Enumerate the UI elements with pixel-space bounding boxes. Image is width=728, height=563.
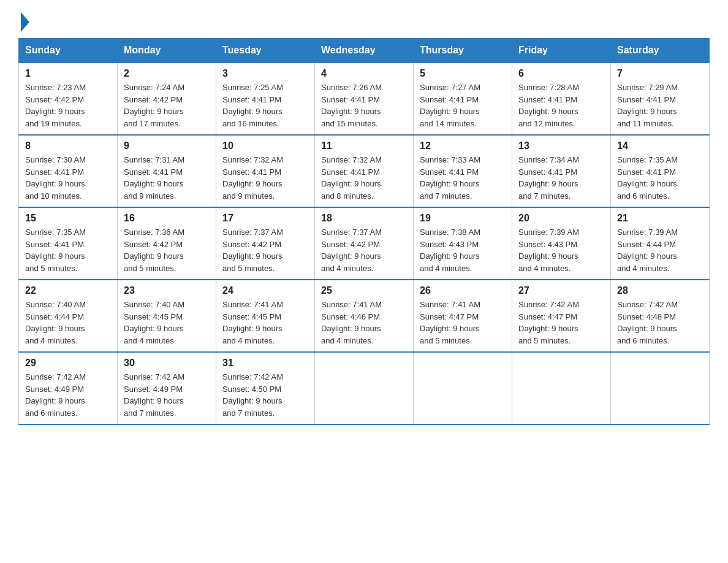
calendar-day: 13Sunrise: 7:34 AMSunset: 4:41 PMDayligh… xyxy=(512,135,611,207)
day-number: 13 xyxy=(518,140,604,151)
day-info: Sunrise: 7:42 AMSunset: 4:49 PMDaylight:… xyxy=(25,372,86,418)
day-number: 17 xyxy=(222,213,308,224)
day-info: Sunrise: 7:27 AMSunset: 4:41 PMDaylight:… xyxy=(420,83,480,128)
day-info: Sunrise: 7:42 AMSunset: 4:49 PMDaylight:… xyxy=(124,372,184,418)
calendar-day: 21Sunrise: 7:39 AMSunset: 4:44 PMDayligh… xyxy=(611,207,710,280)
day-info: Sunrise: 7:41 AMSunset: 4:47 PMDaylight:… xyxy=(420,300,480,345)
day-number: 3 xyxy=(222,68,308,79)
calendar-day: 11Sunrise: 7:32 AMSunset: 4:41 PMDayligh… xyxy=(315,135,414,207)
day-number: 10 xyxy=(222,140,308,151)
calendar-day: 3Sunrise: 7:25 AMSunset: 4:41 PMDaylight… xyxy=(216,63,315,135)
calendar-day: 9Sunrise: 7:31 AMSunset: 4:41 PMDaylight… xyxy=(118,135,216,207)
day-info: Sunrise: 7:41 AMSunset: 4:46 PMDaylight:… xyxy=(321,300,382,345)
day-number: 22 xyxy=(25,285,111,296)
calendar-day: 1Sunrise: 7:23 AMSunset: 4:42 PMDaylight… xyxy=(19,63,118,135)
day-info: Sunrise: 7:30 AMSunset: 4:41 PMDaylight:… xyxy=(25,155,86,201)
day-number: 6 xyxy=(518,68,604,79)
calendar-week-1: 1Sunrise: 7:23 AMSunset: 4:42 PMDaylight… xyxy=(19,63,710,135)
calendar-day: 20Sunrise: 7:39 AMSunset: 4:43 PMDayligh… xyxy=(512,207,611,280)
calendar-day: 31Sunrise: 7:42 AMSunset: 4:50 PMDayligh… xyxy=(216,352,315,424)
calendar-day: 19Sunrise: 7:38 AMSunset: 4:43 PMDayligh… xyxy=(414,207,512,280)
day-info: Sunrise: 7:29 AMSunset: 4:41 PMDaylight:… xyxy=(617,83,678,128)
day-info: Sunrise: 7:34 AMSunset: 4:41 PMDaylight:… xyxy=(518,155,579,201)
day-number: 11 xyxy=(321,140,407,151)
calendar-day: 27Sunrise: 7:42 AMSunset: 4:47 PMDayligh… xyxy=(512,280,611,352)
day-info: Sunrise: 7:36 AMSunset: 4:42 PMDaylight:… xyxy=(124,228,184,273)
day-number: 8 xyxy=(25,140,111,151)
weekday-header-monday: Monday xyxy=(118,39,216,63)
calendar-day: 6Sunrise: 7:28 AMSunset: 4:41 PMDaylight… xyxy=(512,63,611,135)
day-info: Sunrise: 7:39 AMSunset: 4:44 PMDaylight:… xyxy=(617,228,678,273)
day-number: 27 xyxy=(518,285,604,296)
day-info: Sunrise: 7:35 AMSunset: 4:41 PMDaylight:… xyxy=(25,228,86,273)
calendar-day: 17Sunrise: 7:37 AMSunset: 4:42 PMDayligh… xyxy=(216,207,315,280)
day-info: Sunrise: 7:40 AMSunset: 4:45 PMDaylight:… xyxy=(124,300,184,345)
calendar-day: 25Sunrise: 7:41 AMSunset: 4:46 PMDayligh… xyxy=(315,280,414,352)
day-number: 30 xyxy=(124,358,210,369)
weekday-header-friday: Friday xyxy=(512,39,611,63)
day-info: Sunrise: 7:37 AMSunset: 4:42 PMDaylight:… xyxy=(222,228,283,273)
day-info: Sunrise: 7:26 AMSunset: 4:41 PMDaylight:… xyxy=(321,83,382,128)
day-info: Sunrise: 7:41 AMSunset: 4:45 PMDaylight:… xyxy=(222,300,283,345)
day-info: Sunrise: 7:28 AMSunset: 4:41 PMDaylight:… xyxy=(518,83,579,128)
day-info: Sunrise: 7:38 AMSunset: 4:43 PMDaylight:… xyxy=(420,228,480,273)
calendar-day: 10Sunrise: 7:32 AMSunset: 4:41 PMDayligh… xyxy=(216,135,315,207)
calendar-day: 16Sunrise: 7:36 AMSunset: 4:42 PMDayligh… xyxy=(118,207,216,280)
calendar-week-3: 15Sunrise: 7:35 AMSunset: 4:41 PMDayligh… xyxy=(19,207,710,280)
day-number: 9 xyxy=(124,140,210,151)
day-number: 5 xyxy=(420,68,506,79)
day-info: Sunrise: 7:39 AMSunset: 4:43 PMDaylight:… xyxy=(518,228,579,273)
page-header xyxy=(18,12,710,32)
calendar-header: SundayMondayTuesdayWednesdayThursdayFrid… xyxy=(19,39,710,63)
calendar-day: 2Sunrise: 7:24 AMSunset: 4:42 PMDaylight… xyxy=(118,63,216,135)
calendar-day: 12Sunrise: 7:33 AMSunset: 4:41 PMDayligh… xyxy=(414,135,512,207)
weekday-header-wednesday: Wednesday xyxy=(315,39,414,63)
day-info: Sunrise: 7:35 AMSunset: 4:41 PMDaylight:… xyxy=(617,155,678,201)
day-info: Sunrise: 7:37 AMSunset: 4:42 PMDaylight:… xyxy=(321,228,382,273)
day-number: 16 xyxy=(124,213,210,224)
calendar-body: 1Sunrise: 7:23 AMSunset: 4:42 PMDaylight… xyxy=(19,63,710,424)
day-info: Sunrise: 7:24 AMSunset: 4:42 PMDaylight:… xyxy=(124,83,184,128)
calendar-day: 8Sunrise: 7:30 AMSunset: 4:41 PMDaylight… xyxy=(19,135,118,207)
calendar-day: 5Sunrise: 7:27 AMSunset: 4:41 PMDaylight… xyxy=(414,63,512,135)
day-number: 14 xyxy=(617,140,703,151)
calendar-day: 18Sunrise: 7:37 AMSunset: 4:42 PMDayligh… xyxy=(315,207,414,280)
day-info: Sunrise: 7:42 AMSunset: 4:47 PMDaylight:… xyxy=(518,300,579,345)
day-info: Sunrise: 7:33 AMSunset: 4:41 PMDaylight:… xyxy=(420,155,480,201)
day-info: Sunrise: 7:23 AMSunset: 4:42 PMDaylight:… xyxy=(25,83,86,128)
day-number: 4 xyxy=(321,68,407,79)
day-info: Sunrise: 7:42 AMSunset: 4:48 PMDaylight:… xyxy=(617,300,678,345)
day-info: Sunrise: 7:25 AMSunset: 4:41 PMDaylight:… xyxy=(222,83,283,128)
calendar-day: 15Sunrise: 7:35 AMSunset: 4:41 PMDayligh… xyxy=(19,207,118,280)
calendar-day: 22Sunrise: 7:40 AMSunset: 4:44 PMDayligh… xyxy=(19,280,118,352)
calendar-day: 30Sunrise: 7:42 AMSunset: 4:49 PMDayligh… xyxy=(118,352,216,424)
day-number: 25 xyxy=(321,285,407,296)
calendar-day: 23Sunrise: 7:40 AMSunset: 4:45 PMDayligh… xyxy=(118,280,216,352)
calendar-day xyxy=(414,352,512,424)
day-number: 23 xyxy=(124,285,210,296)
day-number: 18 xyxy=(321,213,407,224)
weekday-header-thursday: Thursday xyxy=(414,39,512,63)
day-info: Sunrise: 7:31 AMSunset: 4:41 PMDaylight:… xyxy=(124,155,184,201)
day-number: 21 xyxy=(617,213,703,224)
calendar-day: 7Sunrise: 7:29 AMSunset: 4:41 PMDaylight… xyxy=(611,63,710,135)
calendar-day: 26Sunrise: 7:41 AMSunset: 4:47 PMDayligh… xyxy=(414,280,512,352)
weekday-header-row: SundayMondayTuesdayWednesdayThursdayFrid… xyxy=(19,39,710,63)
day-number: 2 xyxy=(124,68,210,79)
day-info: Sunrise: 7:40 AMSunset: 4:44 PMDaylight:… xyxy=(25,300,86,345)
day-number: 26 xyxy=(420,285,506,296)
day-number: 12 xyxy=(420,140,506,151)
day-info: Sunrise: 7:32 AMSunset: 4:41 PMDaylight:… xyxy=(321,155,382,201)
weekday-header-sunday: Sunday xyxy=(19,39,118,63)
weekday-header-tuesday: Tuesday xyxy=(216,39,315,63)
day-number: 15 xyxy=(25,213,111,224)
calendar-day: 4Sunrise: 7:26 AMSunset: 4:41 PMDaylight… xyxy=(315,63,414,135)
logo-triangle-icon xyxy=(21,12,29,32)
calendar-week-4: 22Sunrise: 7:40 AMSunset: 4:44 PMDayligh… xyxy=(19,280,710,352)
weekday-header-saturday: Saturday xyxy=(611,39,710,63)
day-number: 29 xyxy=(25,358,111,369)
day-info: Sunrise: 7:32 AMSunset: 4:41 PMDaylight:… xyxy=(222,155,283,201)
day-info: Sunrise: 7:42 AMSunset: 4:50 PMDaylight:… xyxy=(222,372,283,418)
calendar-day xyxy=(315,352,414,424)
calendar-day xyxy=(512,352,611,424)
